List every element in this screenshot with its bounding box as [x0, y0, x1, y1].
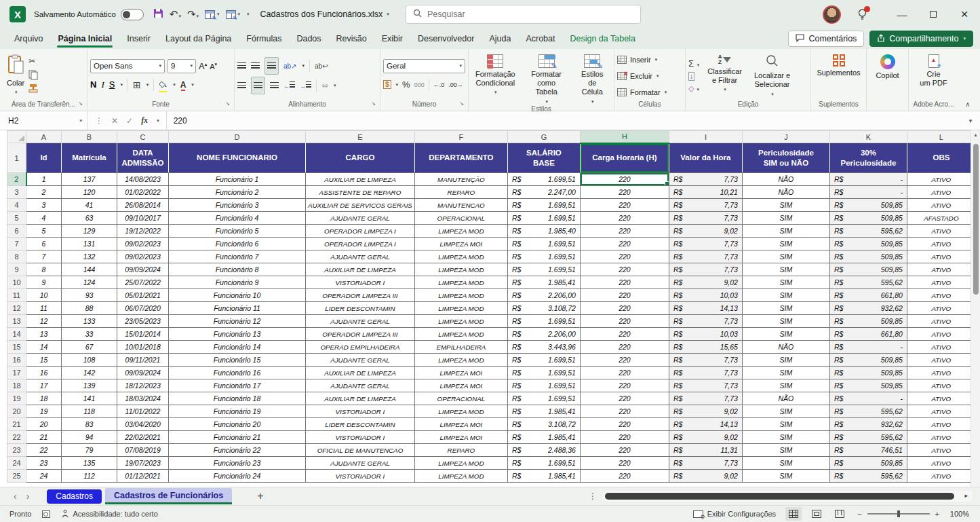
- conditional-formatting-button[interactable]: Formatação Condicional▾: [471, 52, 520, 105]
- horizontal-scrollbar[interactable]: ▸: [602, 491, 973, 502]
- cell-H16[interactable]: 220: [580, 354, 669, 367]
- paste-button[interactable]: Colar ▾: [3, 52, 28, 100]
- cell-F11[interactable]: LIMPEZA MOD: [414, 289, 507, 302]
- name-box[interactable]: H2▾: [0, 111, 88, 130]
- table-header-C[interactable]: DATA ADMISSÃO: [117, 143, 169, 173]
- lightbulb-icon[interactable]: [857, 9, 867, 20]
- ribbon-tab-arquivo[interactable]: Arquivo: [7, 29, 50, 49]
- cell-G3[interactable]: R$2.247,00: [507, 186, 580, 199]
- clear-button[interactable]: ◇ ▾: [688, 84, 699, 93]
- cell-G13[interactable]: R$1.699,51: [507, 315, 580, 328]
- quick-access-overflow[interactable]: ▾: [247, 12, 250, 17]
- cell-C20[interactable]: 11/01/2022: [117, 405, 169, 418]
- zoom-out-button[interactable]: −: [857, 510, 861, 518]
- cell-C3[interactable]: 01/02/2022: [117, 186, 169, 199]
- row-header-14[interactable]: 14: [7, 328, 26, 341]
- minimize-button[interactable]: —: [886, 0, 918, 29]
- percent-button[interactable]: %: [402, 79, 410, 90]
- cell-B20[interactable]: 118: [62, 405, 117, 418]
- cell-H3[interactable]: 220: [580, 186, 669, 199]
- copilot-button[interactable]: Copilot: [871, 52, 903, 100]
- cell-F15[interactable]: EMPILHADEIRA: [414, 341, 507, 354]
- cell-G11[interactable]: R$2.206,00: [507, 289, 580, 302]
- zoom-level[interactable]: 100%: [945, 510, 969, 518]
- cell-C24[interactable]: 19/07/2023: [117, 457, 169, 470]
- cell-I10[interactable]: R$9,02: [669, 276, 742, 289]
- cell-G12[interactable]: R$3.108,72: [507, 302, 580, 315]
- ribbon-tab-dados[interactable]: Dados: [289, 29, 328, 49]
- undo-button[interactable]: ↶▾: [170, 8, 181, 20]
- column-header-J[interactable]: J: [742, 131, 829, 143]
- cell-D25[interactable]: Funcionário 24: [169, 470, 306, 483]
- row-header-15[interactable]: 15: [7, 341, 26, 354]
- cell-A25[interactable]: 24: [26, 470, 62, 483]
- cell-J20[interactable]: SIM: [742, 405, 829, 418]
- row-header-2[interactable]: 2: [7, 173, 26, 186]
- zoom-slider-thumb[interactable]: [897, 510, 900, 517]
- cell-A17[interactable]: 16: [26, 367, 62, 379]
- cell-D12[interactable]: Funcionário 11: [169, 302, 306, 315]
- cell-G20[interactable]: R$1.985,41: [507, 405, 580, 418]
- cell-I14[interactable]: R$10,03: [669, 328, 742, 341]
- cell-E23[interactable]: OFICIAL DE MANUTENCAO: [306, 444, 415, 457]
- cell-G24[interactable]: R$1.699,51: [507, 457, 580, 470]
- cell-L7[interactable]: ATIVO: [907, 238, 975, 250]
- cell-I17[interactable]: R$7,73: [669, 367, 742, 379]
- cell-I4[interactable]: R$7,73: [669, 199, 742, 212]
- cell-C10[interactable]: 25/07/2022: [117, 276, 169, 289]
- column-header-A[interactable]: A: [26, 131, 62, 143]
- row-header-10[interactable]: 10: [7, 276, 26, 289]
- cell-I19[interactable]: R$7,73: [669, 392, 742, 405]
- cell-C11[interactable]: 05/01/2021: [117, 289, 169, 302]
- bold-button[interactable]: N: [90, 79, 96, 90]
- vertical-scrollbar[interactable]: ▴: [971, 130, 980, 487]
- cell-F8[interactable]: LIMPEZA MOD: [414, 250, 507, 263]
- cut-icon[interactable]: ✂: [28, 56, 35, 66]
- cell-K4[interactable]: R$509,85: [829, 199, 907, 212]
- cell-I22[interactable]: R$9,02: [669, 431, 742, 444]
- cell-F12[interactable]: LIMPEZA MOD: [414, 302, 507, 315]
- cell-L15[interactable]: ATIVO: [907, 341, 975, 354]
- cell-G5[interactable]: R$1.699,51: [507, 212, 580, 225]
- cell-F9[interactable]: LIMPEZA MOD: [414, 263, 507, 276]
- cell-A10[interactable]: 9: [26, 276, 62, 289]
- cell-H12[interactable]: 220: [580, 302, 669, 315]
- cell-G18[interactable]: R$1.699,51: [507, 379, 580, 392]
- close-button[interactable]: ×: [949, 0, 980, 29]
- row-header-23[interactable]: 23: [7, 444, 26, 457]
- ribbon-tab-desenvolvedor[interactable]: Desenvolvedor: [410, 29, 482, 49]
- cell-E19[interactable]: AUXILIAR DE LIMPEZA: [306, 392, 415, 405]
- cell-F13[interactable]: LIMPEZA MOD: [414, 315, 507, 328]
- cell-E21[interactable]: LIDER DESCONTAMIN: [306, 418, 415, 431]
- clipboard-dialog-launcher[interactable]: ↘: [78, 99, 83, 109]
- cell-C21[interactable]: 03/04/2020: [117, 418, 169, 431]
- vertical-scroll-thumb[interactable]: [973, 144, 979, 295]
- cell-E17[interactable]: AUXILIAR DE LIMPEZA: [306, 367, 415, 379]
- cell-C16[interactable]: 09/11/2021: [117, 354, 169, 367]
- cell-L18[interactable]: ATIVO: [907, 379, 975, 392]
- cell-F21[interactable]: LIMPEZA MOI: [414, 418, 507, 431]
- row-header-13[interactable]: 13: [7, 315, 26, 328]
- cell-E4[interactable]: AUXILIAR DE SERVICOS GERAIS: [306, 199, 415, 212]
- cell-J6[interactable]: SIM: [742, 225, 829, 238]
- table-header-I[interactable]: Valor da Hora: [669, 143, 742, 173]
- cell-I20[interactable]: R$9,02: [669, 405, 742, 418]
- page-break-view-button[interactable]: [831, 507, 848, 521]
- cell-J9[interactable]: SIM: [742, 263, 829, 276]
- cell-L24[interactable]: ATIVO: [907, 457, 975, 470]
- cell-C22[interactable]: 22/02/2021: [117, 431, 169, 444]
- row-header-4[interactable]: 4: [7, 199, 26, 212]
- cell-E24[interactable]: AJUDANTE GERAL: [306, 457, 415, 470]
- cell-A15[interactable]: 14: [26, 341, 62, 354]
- cell-H21[interactable]: 220: [580, 418, 669, 431]
- cell-A23[interactable]: 22: [26, 444, 62, 457]
- insert-function-button[interactable]: fx: [141, 115, 148, 126]
- cell-C13[interactable]: 23/05/2023: [117, 315, 169, 328]
- cancel-entry-icon[interactable]: ✕: [111, 116, 118, 126]
- cell-B5[interactable]: 63: [62, 212, 117, 225]
- cell-C17[interactable]: 09/09/2024: [117, 367, 169, 379]
- comments-button[interactable]: Comentários: [788, 31, 864, 47]
- sheet-tab-cadastros[interactable]: Cadastros: [47, 489, 102, 504]
- cell-J15[interactable]: NÃO: [742, 341, 829, 354]
- cell-E12[interactable]: LIDER DESCONTAMIN: [306, 302, 415, 315]
